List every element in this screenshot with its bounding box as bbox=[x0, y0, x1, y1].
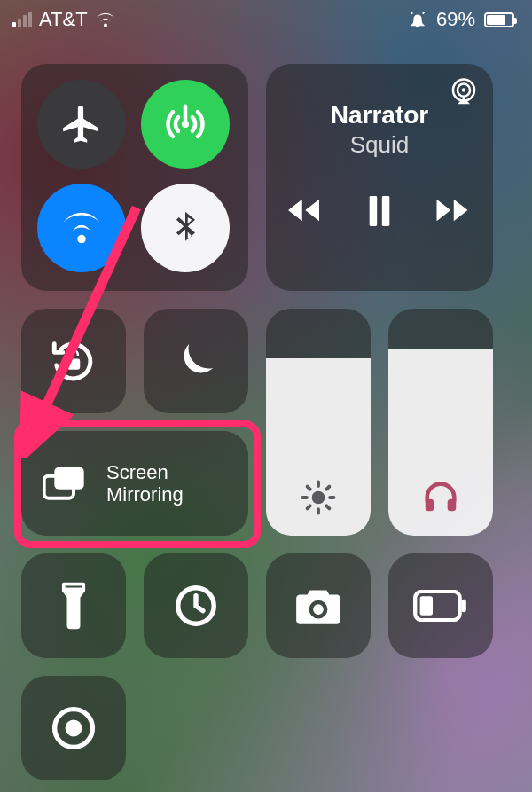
wifi-button[interactable] bbox=[37, 184, 126, 272]
timer-button[interactable] bbox=[144, 553, 248, 658]
svg-line-14 bbox=[308, 506, 310, 508]
svg-point-7 bbox=[312, 491, 325, 505]
svg-rect-16 bbox=[426, 499, 434, 511]
headphones-icon bbox=[420, 475, 461, 516]
pause-button[interactable] bbox=[366, 196, 393, 226]
brightness-icon bbox=[300, 479, 337, 516]
status-bar: AT&T 69% bbox=[0, 0, 532, 39]
svg-point-4 bbox=[462, 88, 466, 92]
low-power-button[interactable] bbox=[388, 553, 493, 658]
airplay-icon[interactable] bbox=[449, 76, 479, 106]
battery-icon bbox=[484, 12, 514, 27]
carrier-label: AT&T bbox=[39, 8, 88, 31]
camera-button[interactable] bbox=[266, 553, 371, 658]
cellular-data-button[interactable] bbox=[141, 80, 230, 169]
svg-rect-6 bbox=[382, 196, 390, 226]
flashlight-button[interactable] bbox=[21, 553, 126, 658]
svg-rect-17 bbox=[448, 499, 457, 511]
signal-strength-icon bbox=[12, 12, 32, 27]
svg-rect-5 bbox=[370, 196, 378, 226]
wifi-icon bbox=[95, 11, 116, 28]
forward-button[interactable] bbox=[434, 196, 471, 226]
svg-line-12 bbox=[308, 487, 310, 490]
airplane-mode-button[interactable] bbox=[37, 80, 126, 169]
volume-slider[interactable] bbox=[388, 309, 493, 536]
rotation-lock-button[interactable] bbox=[21, 309, 126, 413]
svg-rect-19 bbox=[54, 467, 83, 490]
screen-mirroring-label: Screen Mirroring bbox=[106, 461, 184, 506]
svg-point-26 bbox=[66, 720, 82, 737]
do-not-disturb-button[interactable] bbox=[144, 309, 248, 413]
media-subtitle: Squid bbox=[280, 131, 479, 159]
connectivity-tile[interactable] bbox=[21, 64, 248, 291]
svg-line-15 bbox=[326, 487, 329, 490]
battery-percent-label: 69% bbox=[436, 8, 475, 31]
bluetooth-button[interactable] bbox=[141, 184, 230, 272]
brightness-slider[interactable] bbox=[266, 309, 371, 536]
svg-line-13 bbox=[326, 506, 329, 508]
screen-mirroring-button[interactable]: Screen Mirroring bbox=[21, 431, 248, 536]
svg-rect-24 bbox=[420, 596, 433, 616]
media-tile[interactable]: Narrator Squid bbox=[266, 64, 493, 291]
screen-mirroring-icon bbox=[43, 465, 87, 502]
rewind-button[interactable] bbox=[288, 196, 325, 226]
screen-record-button[interactable] bbox=[21, 676, 126, 780]
svg-rect-23 bbox=[461, 600, 466, 612]
alarm-icon bbox=[408, 10, 427, 29]
control-center: Narrator Squid bbox=[0, 39, 532, 792]
